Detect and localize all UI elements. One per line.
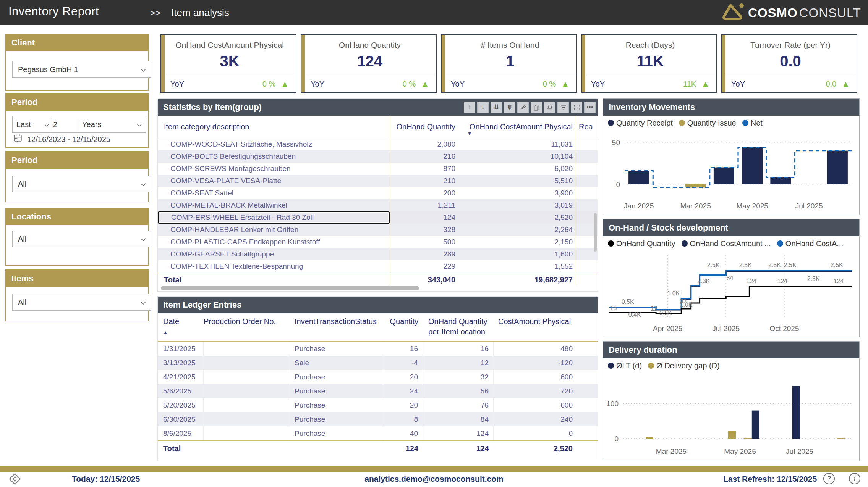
- table-row[interactable]: COMP-METAL-BRACK Metallwinkel1,2113,019: [158, 199, 598, 211]
- qty-cell: 20: [383, 398, 423, 412]
- legend-item[interactable]: Net: [742, 119, 763, 127]
- column-header-status[interactable]: InventTransactionStatus: [290, 316, 383, 341]
- page-title: Item analysis: [171, 7, 229, 19]
- column-header-item[interactable]: Item category description: [158, 123, 390, 131]
- column-header-reach[interactable]: Rea: [576, 123, 598, 131]
- svg-text:0.4K: 0.4K: [628, 311, 641, 318]
- divider: [166, 75, 295, 75]
- client-dropdown[interactable]: Pegasus GmbH 1: [12, 61, 151, 78]
- help-button[interactable]: ?: [823, 473, 835, 484]
- breadcrumb-separator: >>: [150, 8, 160, 18]
- info-button[interactable]: i: [849, 473, 860, 484]
- column-separator: [390, 116, 390, 285]
- table-row[interactable]: 3/13/2025Sale-412-120: [158, 356, 598, 370]
- alert-icon[interactable]: [544, 102, 555, 113]
- filters-icon[interactable]: [557, 102, 569, 113]
- legend-item[interactable]: OnHand CostAmount ...: [682, 239, 771, 248]
- qty-cell: 40: [383, 426, 423, 440]
- date-cell: 8/6/2025: [158, 426, 204, 440]
- svg-text:Mar 2025: Mar 2025: [656, 447, 687, 455]
- legend-dot: [682, 240, 688, 247]
- table-row[interactable]: 1/31/2025Purchase1616480: [158, 342, 598, 356]
- onhand-cell: 32: [423, 370, 494, 384]
- period-mode-select[interactable]: Last: [12, 116, 53, 133]
- locations-dropdown[interactable]: All: [12, 231, 151, 247]
- column-header-onhand[interactable]: OnHand Quantityper ItemLocation: [423, 316, 494, 341]
- svg-text:0.5K: 0.5K: [659, 310, 672, 316]
- table-row[interactable]: 6/30/2025Purchase884240: [158, 412, 598, 426]
- qty-cell: 20: [383, 370, 423, 384]
- legend-dot: [608, 363, 614, 369]
- column-header-qty[interactable]: OnHand Quantity: [390, 123, 461, 131]
- copy-icon[interactable]: [531, 102, 542, 113]
- total-cost: 19,682,927: [461, 273, 576, 286]
- cost-cell: 10,104: [461, 150, 576, 163]
- table-row[interactable]: COMP-VESA-PLATE VESA-Platte2105,510: [158, 175, 598, 187]
- table-row[interactable]: 4/21/2025Purchase2032600: [158, 370, 598, 384]
- horizontal-scrollbar[interactable]: [161, 286, 419, 290]
- items-dropdown[interactable]: All: [12, 294, 151, 311]
- qty-cell: 8: [383, 412, 423, 426]
- gold-accent-bar: [161, 35, 165, 92]
- legend-label: Net: [751, 119, 763, 127]
- kpi-card-turnover: Turnover Rate (per Yr) 0.0 YoY0.0▲: [721, 34, 857, 93]
- table-row[interactable]: 8/6/2025Purchase401240: [158, 426, 598, 440]
- column-header-order[interactable]: Production Order No.: [204, 316, 290, 341]
- item-name-cell: COMP-VESA-PLATE VESA-Platte: [158, 175, 390, 187]
- column-header-cost[interactable]: OnHand CostAmount Physical: [461, 123, 576, 131]
- legend-item[interactable]: OnHand CostA...: [777, 239, 843, 248]
- pin-icon[interactable]: [517, 102, 529, 113]
- period-unit-select[interactable]: Years: [78, 116, 146, 133]
- drill-down-icon[interactable]: ↓: [477, 102, 489, 113]
- expand-next-level-icon[interactable]: ⋔: [504, 102, 515, 113]
- focus-mode-icon[interactable]: [571, 102, 582, 113]
- svg-text:124: 124: [777, 278, 787, 284]
- legend-item[interactable]: Quantity Receipt: [608, 119, 673, 127]
- yoy-value: 0 %: [543, 80, 556, 89]
- divider: [306, 75, 435, 75]
- legend-dot: [608, 120, 614, 126]
- table-row[interactable]: COMP-GEARSET Schaltgruppe2891,600: [158, 248, 598, 260]
- vertical-scrollbar[interactable]: [594, 213, 597, 252]
- table-row[interactable]: 5/20/2025Purchase2076600: [158, 398, 598, 412]
- onhand-cell: 56: [423, 384, 494, 398]
- table-row[interactable]: COMP-PLASTIC-CAPS Endkappen Kunststoff50…: [158, 236, 598, 248]
- legend-item[interactable]: ØLT (d): [608, 361, 642, 370]
- table-row[interactable]: COMP-BOLTS Befestigungsschrauben21610,10…: [158, 150, 598, 163]
- table-row[interactable]: COMP-SCREWS Montageschrauben8706,020: [158, 163, 598, 175]
- column-header-quantity[interactable]: Quantity: [383, 316, 423, 341]
- footer-gold-bar: [0, 466, 868, 472]
- kpi-card-costamount: OnHand CostAmount Physical 3K YoY0 %▲: [160, 34, 296, 93]
- divider: [446, 75, 575, 75]
- table-row[interactable]: COMP-HANDLEBAR Lenker mit Griffen3282,26…: [158, 224, 598, 236]
- kpi-card-quantity: OnHand Quantity 124 YoY0 %▲: [301, 34, 437, 93]
- period-dropdown[interactable]: All: [12, 176, 151, 192]
- client-slicer-title: Client: [6, 34, 148, 51]
- more-options-icon[interactable]: ⋯: [584, 102, 596, 113]
- ledger-rows: 1/31/2025Purchase16164803/13/2025Sale-41…: [158, 342, 598, 440]
- order-cell: [204, 384, 290, 398]
- inventory-report-dashboard: Inventory Report >> Item analysis COSMOC…: [0, 0, 868, 487]
- drill-up-icon[interactable]: ↑: [464, 102, 475, 113]
- period-count-input[interactable]: [49, 116, 82, 133]
- date-cell: 5/6/2025: [158, 384, 204, 398]
- legend-item[interactable]: Ø Delivery gap (D): [648, 361, 720, 370]
- expand-all-icon[interactable]: ⇊: [491, 102, 502, 113]
- table-row[interactable]: COMP-SEAT Sattel2003,900: [158, 187, 598, 199]
- item-name-cell: COMP-SEAT Sattel: [158, 187, 390, 199]
- table-row[interactable]: COMP-WOOD-SEAT Sitzfläche, Massivholz2,0…: [158, 138, 598, 150]
- table-row[interactable]: 5/6/2025Purchase2456720: [158, 384, 598, 398]
- table-row[interactable]: COMP-ERS-WHEEL Ersatzteil - Rad 30 Zoll1…: [158, 211, 598, 224]
- qty-cell: -4: [383, 356, 423, 370]
- table-row[interactable]: COMP-TEXTILEN Textilene-Bespannung2291,5…: [158, 260, 598, 273]
- legend-item[interactable]: Quantity Issue: [679, 119, 736, 127]
- chevron-down-icon: [140, 235, 146, 244]
- period-slicer-title: Period: [6, 152, 148, 169]
- legend-item[interactable]: OnHand Quantity: [608, 239, 675, 248]
- onhand-cell: 84: [423, 412, 494, 426]
- svg-text:May 2025: May 2025: [736, 202, 768, 210]
- column-header-cost[interactable]: CostAmount Physical: [494, 316, 576, 341]
- ledger-title-text: Item Ledger Entries: [163, 300, 241, 310]
- column-header-date[interactable]: Date▲: [158, 316, 204, 341]
- cost-cell: 240: [494, 412, 576, 426]
